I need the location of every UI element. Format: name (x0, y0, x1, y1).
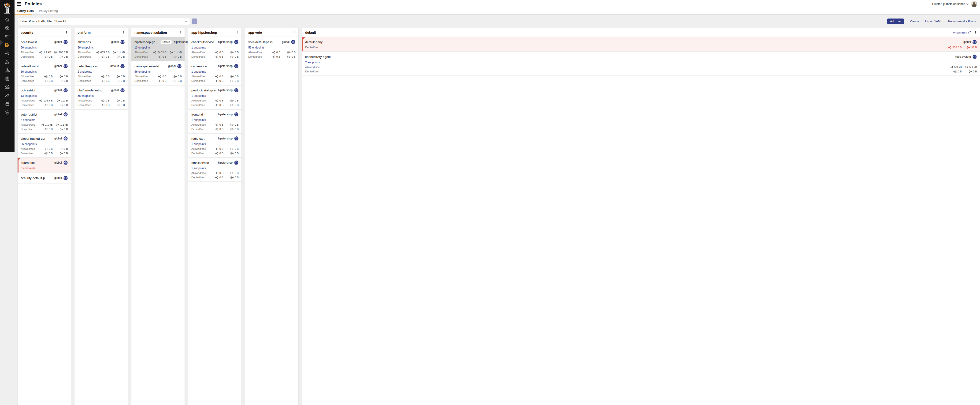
ingress-value: 24.2 kB (158, 51, 167, 54)
policy-card[interactable]: konnectivity-agent kube-system ns 2 endp… (302, 52, 367, 76)
policy-card[interactable]: default-deny global Denied/sec 3 (302, 37, 367, 52)
policy-card[interactable]: vote-default-pass global 56 endpoints Al… (245, 37, 298, 61)
endpoints-link[interactable]: 56 endpoints (21, 142, 37, 146)
sidebar-item-threat-defense[interactable] (4, 110, 10, 115)
policy-card[interactable]: checkoutservice hipstershop ns 1 endpoin… (188, 37, 242, 61)
stat-label: Denied/sec (21, 104, 34, 107)
policy-card[interactable]: pci-allowlist global 56 endpoints Allowe… (18, 37, 71, 61)
tier-menu-kebab-icon[interactable] (65, 31, 68, 35)
traffic-stat-row: Denied/sec 0 B 0 B (134, 80, 182, 82)
egress-value: 1.1 kB (117, 51, 125, 54)
policy-name: default-deny (305, 40, 323, 44)
sidebar-item-dashboard[interactable] (4, 26, 10, 30)
endpoints-link[interactable]: 56 endpoints (21, 70, 37, 73)
egress-value: 0 B (235, 55, 239, 58)
endpoints-link[interactable]: 56 endpoints (21, 46, 37, 49)
sidebar-item-home[interactable] (4, 18, 10, 22)
endpoints-link[interactable]: 56 endpoints (78, 46, 94, 49)
endpoints-link[interactable]: 1 endpoints (191, 70, 206, 73)
ingress-value: 105.7 B (43, 99, 53, 102)
policy-card[interactable]: namespace-isolation-default-p… global 56… (131, 61, 185, 86)
tier-menu-kebab-icon[interactable] (178, 31, 182, 35)
clear-filter-button[interactable]: ✕ (192, 19, 197, 24)
endpoints-link[interactable]: 13 endpoints (21, 94, 37, 97)
endpoints-link[interactable]: 56 endpoints (78, 94, 94, 97)
sidebar-item-policies[interactable] (4, 43, 10, 47)
egress-value: 0 B (235, 104, 239, 107)
stat-label: Allowed/sec (78, 99, 92, 102)
egress-arrow-icon (116, 99, 120, 102)
sidebar-item-compliance[interactable] (4, 77, 10, 81)
tab-policy-listing[interactable]: Policy Listing (39, 10, 58, 13)
policies-icon (5, 43, 10, 47)
egress-arrow-icon (59, 128, 63, 131)
hamburger-menu-icon[interactable] (17, 2, 21, 6)
tier-menu-kebab-icon[interactable] (122, 31, 125, 35)
egress-value: 0 B (235, 75, 239, 78)
tier-card-list: pci-allowlist global 56 endpoints Allowe… (18, 37, 71, 152)
egress-value: 1.1 kB (174, 51, 182, 54)
stat-label: Denied/sec (191, 55, 205, 58)
sidebar-item-network[interactable] (4, 34, 10, 39)
policy-card[interactable]: vote-allowlist global 56 endpoints Allow… (18, 61, 71, 86)
traffic-stat-row: Denied/sec 0 B 0 B (78, 55, 125, 58)
policy-card[interactable]: vote-restrict global 6 endpoints Allowed… (18, 110, 71, 134)
stat-label: Denied/sec (191, 128, 205, 131)
traffic-stat-row: Allowed/sec 665.5 B 1.1 kB (78, 51, 125, 54)
policy-name: allow-dns (78, 40, 91, 44)
policy-scope-label: hipstershop (174, 40, 189, 44)
endpoints-link[interactable]: 6 endpoints (21, 118, 35, 122)
shield-check-icon (5, 110, 10, 115)
policy-card[interactable]: pci-restrict global 13 endpoints Allowed… (18, 86, 71, 110)
ingress-arrow-icon (101, 80, 105, 82)
policy-card[interactable]: hipstershop-gh… Staged hipstershop ns 13… (131, 37, 185, 61)
filter-label: Filter: Policy Traffic filter: Show All (21, 19, 66, 23)
tab-policy-tiers[interactable]: Policy Tiers (18, 10, 34, 13)
policy-card[interactable]: cartservice hipstershop ns 1 endpoints A… (188, 61, 242, 86)
endpoints-link[interactable]: 56 endpoints (248, 46, 264, 49)
tier-column: namespace-isolation hipstershop-gh… Stag… (131, 28, 185, 152)
chevron-down-icon (185, 19, 187, 22)
global-scope-icon (291, 40, 296, 44)
sidebar-item-clusters[interactable] (4, 68, 10, 73)
page-title: Policies (25, 2, 42, 6)
policy-card[interactable]: frontend hipstershop ns 1 endpoints Allo… (188, 110, 242, 134)
policy-card[interactable]: platform-default-pass global 56 endpoint… (75, 86, 128, 110)
tier-menu-kebab-icon[interactable] (235, 31, 239, 35)
policy-card[interactable]: productcatalogservice hipstershop ns 1 e… (188, 86, 242, 110)
policy-name: vote-default-pass (248, 40, 273, 44)
ingress-value: 0 B (220, 123, 223, 126)
traffic-stat-row: Denied/sec 0 B 0 B (21, 104, 68, 107)
sidebar-item-service-graph[interactable] (4, 51, 10, 56)
policy-card[interactable]: default-egress default ns 2 endpoints Al… (75, 61, 128, 86)
stat-label: Allowed/sec (191, 51, 206, 54)
policy-card[interactable]: allow-dns global 56 endpoints Allowed/se… (75, 37, 128, 61)
ingress-value: 0 B (49, 75, 53, 78)
endpoints-link[interactable]: 2 endpoints (305, 61, 320, 64)
endpoints-link[interactable]: 56 endpoints (134, 70, 151, 73)
endpoints-link[interactable]: 1 endpoints (191, 142, 206, 146)
endpoints-link[interactable]: 13 endpoints (134, 46, 151, 49)
endpoints-link[interactable]: 1 endpoints (191, 46, 206, 49)
stat-label: Denied/sec (21, 80, 34, 82)
tier-menu-kebab-icon[interactable] (292, 31, 296, 35)
ingress-value: 0 B (49, 55, 53, 58)
policy-card[interactable]: global-trusted-domains global 56 endpoin… (18, 134, 71, 152)
policy-card[interactable]: redis-cart hipstershop ns 1 endpoints Al… (188, 134, 242, 152)
ingress-value: 0 B (49, 80, 53, 82)
sidebar-item-packages[interactable] (4, 102, 10, 107)
namespace-scope-icon: ns (234, 136, 239, 141)
sidebar-item-trends[interactable] (4, 93, 10, 98)
policy-name: platform-default-pass (78, 89, 102, 92)
calico-cat-logo (2, 2, 13, 14)
policy-filter-dropdown[interactable]: Filter: Policy Traffic filter: Show All (18, 18, 190, 25)
endpoints-link[interactable]: 2 endpoints (78, 70, 92, 73)
endpoints-link[interactable]: 1 endpoints (191, 118, 206, 122)
egress-arrow-icon (230, 75, 234, 78)
sidebar-item-reports[interactable] (4, 85, 10, 89)
egress-value: 0 B (64, 104, 68, 107)
endpoints-link[interactable]: 1 endpoints (191, 94, 206, 97)
sidebar-item-flow-hierarchy[interactable] (4, 59, 10, 64)
egress-value: 0 B (235, 51, 239, 54)
traffic-stat-row: Denied/sec 0 B 0 B (191, 55, 239, 58)
